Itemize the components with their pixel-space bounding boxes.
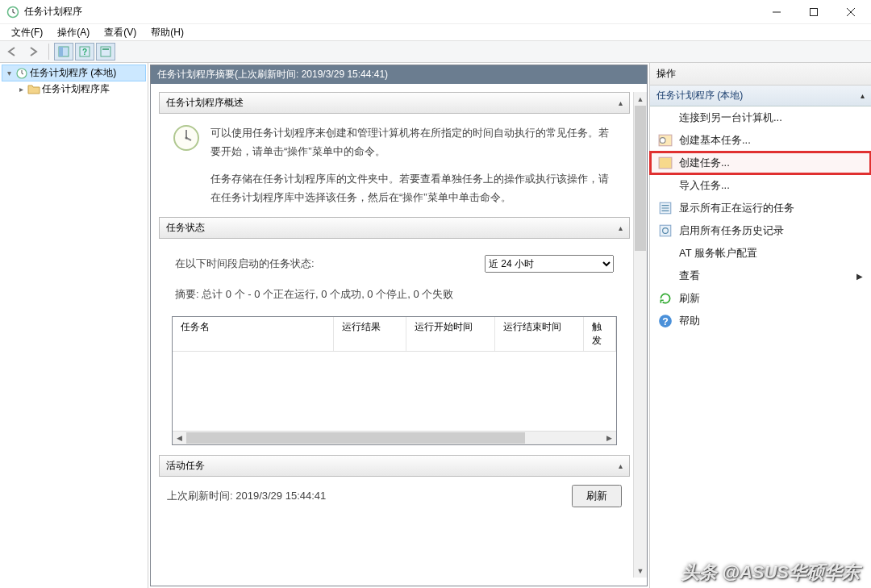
refresh-button[interactable]: 刷新 (572, 485, 622, 507)
tree-library-label: 任务计划程序库 (42, 82, 110, 96)
col-trigger[interactable]: 触发 (584, 317, 616, 351)
clock-icon (15, 67, 28, 80)
import-icon (658, 178, 673, 193)
center-pane: 任务计划程序摘要(上次刷新时间: 2019/3/29 15:44:41) 任务计… (148, 63, 649, 588)
window-controls (758, 0, 869, 24)
app-clock-icon (6, 6, 19, 19)
action-show-running[interactable]: 显示所有正在运行的任务 (650, 197, 871, 219)
svg-point-12 (660, 138, 665, 144)
account-icon (658, 246, 673, 261)
horizontal-scrollbar[interactable]: ◀ ▶ (173, 431, 616, 444)
tree-toggle-icon[interactable]: ▸ (16, 85, 26, 94)
status-period-label: 在以下时间段启动的任务状态: (175, 256, 315, 271)
collapse-icon[interactable]: ▴ (619, 223, 623, 232)
collapse-icon[interactable]: ▴ (861, 91, 865, 100)
status-title: 任务状态 (166, 221, 205, 235)
last-refresh-time: 上次刷新时间: 2019/3/29 15:44:41 (167, 489, 326, 503)
status-summary: 摘要: 总计 0 个 - 0 个正在运行, 0 个成功, 0 个停止, 0 个失… (172, 284, 617, 305)
tree-root[interactable]: ▾ 任务计划程序 (本地) (2, 65, 146, 81)
overview-title: 任务计划程序概述 (166, 96, 244, 110)
computer-icon (658, 111, 673, 125)
folder-icon (27, 83, 40, 96)
tree-library[interactable]: ▸ 任务计划程序库 (2, 81, 146, 97)
help-icon: ? (658, 314, 673, 328)
collapse-icon[interactable]: ▴ (619, 98, 623, 107)
table-body (173, 352, 616, 431)
actions-header: 操作 (650, 63, 871, 85)
nav-back-button[interactable] (3, 43, 23, 60)
view-icon (658, 269, 673, 283)
titlebar: 任务计划程序 (0, 0, 871, 24)
svg-rect-1 (811, 8, 818, 15)
vertical-scrollbar[interactable]: ▲ ▼ (633, 92, 647, 578)
overview-p2: 任务存储在任务计划程序库的文件夹中。若要查看单独任务上的操作或执行该操作，请在任… (210, 169, 617, 207)
action-create-basic[interactable]: 创建基本任务... (650, 129, 871, 152)
action-connect[interactable]: 连接到另一台计算机... (650, 106, 871, 129)
main-area: ▾ 任务计划程序 (本地) ▸ 任务计划程序库 任务计划程序摘要(上次刷新时间:… (0, 63, 871, 588)
overview-p1: 可以使用任务计划程序来创建和管理计算机将在所指定的时间自动执行的常见任务。若要开… (210, 123, 617, 161)
minimize-button[interactable] (758, 0, 795, 24)
summary-header: 任务计划程序摘要(上次刷新时间: 2019/3/29 15:44:41) (151, 65, 647, 84)
history-icon (658, 223, 673, 238)
status-table: 任务名 运行结果 运行开始时间 运行结束时间 触发 ◀ (172, 316, 617, 445)
menu-action[interactable]: 操作(A) (51, 24, 96, 41)
scope-button[interactable] (54, 43, 73, 60)
col-result[interactable]: 运行结果 (334, 317, 406, 351)
svg-text:?: ? (82, 48, 87, 56)
menu-help[interactable]: 帮助(H) (144, 24, 190, 41)
tree-pane: ▾ 任务计划程序 (本地) ▸ 任务计划程序库 (0, 63, 148, 588)
nav-forward-button[interactable] (24, 43, 44, 60)
menu-file[interactable]: 文件(F) (5, 24, 49, 41)
svg-point-10 (185, 137, 188, 140)
close-button[interactable] (832, 0, 869, 24)
menubar: 文件(F) 操作(A) 查看(V) 帮助(H) (0, 24, 871, 40)
scroll-thumb[interactable] (635, 106, 646, 251)
task-icon (658, 156, 673, 170)
content-area: 任务计划程序摘要(上次刷新时间: 2019/3/29 15:44:41) 任务计… (148, 63, 871, 588)
scroll-right-icon[interactable]: ▶ (602, 432, 616, 444)
action-create-task[interactable]: 创建任务... (650, 152, 871, 174)
active-title: 活动任务 (166, 459, 205, 473)
help-toolbar-button[interactable]: ? (75, 43, 94, 60)
toolbar-separator (48, 44, 49, 60)
svg-rect-3 (59, 47, 63, 56)
col-start[interactable]: 运行开始时间 (406, 317, 495, 351)
col-name[interactable]: 任务名 (173, 317, 334, 351)
properties-button[interactable] (96, 43, 115, 60)
scroll-left-icon[interactable]: ◀ (173, 432, 186, 444)
col-end[interactable]: 运行结束时间 (495, 317, 584, 351)
svg-rect-6 (101, 47, 110, 56)
window-title: 任务计划程序 (24, 5, 758, 19)
actions-pane: 操作 任务计划程序 (本地) ▴ 连接到另一台计算机... 创建基本任务... … (649, 63, 871, 588)
scroll-thumb[interactable] (186, 432, 525, 444)
svg-text:?: ? (662, 316, 669, 327)
action-enable-history[interactable]: 启用所有任务历史记录 (650, 219, 871, 242)
actions-group-label: 任务计划程序 (本地) (656, 89, 743, 102)
svg-rect-13 (659, 157, 672, 169)
maximize-button[interactable] (795, 0, 832, 24)
svg-rect-15 (660, 225, 671, 236)
menu-view[interactable]: 查看(V) (98, 24, 143, 41)
running-icon (658, 201, 673, 215)
refresh-icon (658, 291, 673, 306)
svg-rect-7 (102, 48, 109, 50)
status-period-select[interactable]: 近 24 小时 (485, 255, 614, 273)
action-refresh[interactable]: 刷新 (650, 287, 871, 310)
tree-root-label: 任务计划程序 (本地) (30, 66, 116, 80)
toolbar: ? (0, 40, 871, 63)
tree-toggle-icon[interactable]: ▾ (4, 69, 14, 77)
action-import[interactable]: 导入任务... (650, 174, 871, 197)
actions-group-header[interactable]: 任务计划程序 (本地) ▴ (650, 85, 871, 106)
collapse-icon[interactable]: ▴ (619, 461, 623, 470)
overview-panel-header[interactable]: 任务计划程序概述 ▴ (159, 92, 630, 114)
status-panel-header[interactable]: 任务状态 ▴ (159, 217, 630, 239)
active-panel-header[interactable]: 活动任务 ▴ (159, 455, 630, 477)
action-view[interactable]: 查看 ▶ (650, 265, 871, 287)
scroll-up-icon[interactable]: ▲ (634, 92, 647, 106)
task-basic-icon (658, 133, 673, 148)
submenu-arrow-icon: ▶ (856, 272, 863, 281)
action-help[interactable]: ? 帮助 (650, 310, 871, 332)
scroll-down-icon[interactable]: ▼ (634, 564, 647, 578)
action-at-service[interactable]: AT 服务帐户配置 (650, 242, 871, 265)
clock-large-icon (172, 123, 201, 152)
